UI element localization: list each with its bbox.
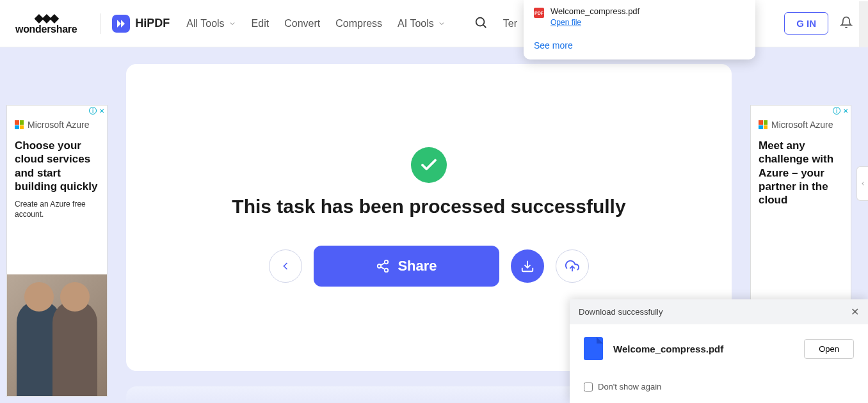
chevron-down-icon	[438, 20, 446, 28]
dont-show-checkbox[interactable]	[584, 383, 593, 391]
wondershare-brand[interactable]: ◆◆◆ wondershare	[15, 12, 77, 35]
scrollbar[interactable]	[859, 1, 868, 47]
download-success-toast: Download successfully ✕ Welcome_compress…	[570, 299, 868, 403]
ms-azure-logo: Microsoft Azure	[759, 120, 843, 130]
bell-icon	[840, 16, 853, 29]
share-button[interactable]: Share	[314, 246, 499, 287]
main-nav: All Tools Edit Convert Compress AI Tools…	[186, 15, 517, 32]
file-icon	[584, 337, 603, 360]
svg-line-6	[381, 263, 385, 265]
download-button[interactable]	[511, 249, 544, 283]
download-icon	[520, 259, 534, 273]
ad-left[interactable]: i ✕ Microsoft Azure Choose your cloud se…	[6, 105, 108, 397]
chevron-left-icon	[279, 260, 292, 273]
toast-open-button[interactable]: Open	[804, 339, 854, 359]
download-filename: Welcome_compress.pdf	[551, 6, 639, 16]
header-right: G IN	[784, 12, 853, 35]
ad-left-sub: Create an Azure free account.	[15, 200, 99, 219]
share-label: Share	[398, 258, 437, 274]
nav-edit[interactable]: Edit	[252, 18, 269, 29]
back-button[interactable]	[269, 249, 302, 283]
ms-azure-logo: Microsoft Azure	[15, 120, 99, 130]
ad-info-icon[interactable]: i	[89, 107, 97, 115]
cloud-upload-button[interactable]	[556, 249, 589, 283]
nav-templates[interactable]: Ter	[503, 18, 517, 29]
nav-all-tools[interactable]: All Tools	[186, 18, 236, 29]
page-body: i ✕ Microsoft Azure Choose your cloud se…	[0, 47, 868, 403]
pdf-icon: PDF	[534, 8, 544, 18]
login-button[interactable]: G IN	[784, 12, 828, 35]
chevron-down-icon	[229, 20, 236, 28]
wondershare-name: wondershare	[15, 24, 77, 35]
svg-point-2	[385, 260, 389, 264]
see-more-link[interactable]: See more	[534, 40, 745, 51]
search-icon	[474, 15, 488, 29]
ad-close-icon[interactable]: ✕	[842, 107, 849, 115]
ad-close-icon[interactable]: ✕	[98, 107, 106, 115]
success-title: This task has been processed successfull…	[232, 196, 625, 217]
share-icon	[376, 259, 390, 273]
svg-point-4	[385, 269, 389, 273]
nav-ai-tools[interactable]: AI Tools	[398, 18, 446, 29]
search-button[interactable]	[474, 15, 488, 32]
toast-close-button[interactable]: ✕	[851, 306, 859, 318]
toast-filename: Welcome_compress.pdf	[613, 344, 794, 354]
action-row: Share	[269, 246, 589, 287]
notifications-button[interactable]	[840, 16, 853, 31]
ad-left-headline: Choose your cloud services and start bui…	[15, 139, 99, 193]
svg-point-3	[378, 264, 382, 268]
nav-ai-tools-label: AI Tools	[398, 18, 434, 29]
hipdf-name[interactable]: HiPDF	[135, 17, 170, 30]
ad-right-headline: Meet any challenge with Azure – your par…	[759, 139, 843, 207]
svg-point-0	[476, 17, 484, 26]
wondershare-logo-icon: ◆◆◆	[35, 12, 58, 24]
microsoft-icon	[759, 120, 768, 129]
ad-left-image	[7, 274, 107, 396]
chevron-left-icon	[860, 180, 866, 187]
open-file-link[interactable]: Open file	[551, 18, 581, 27]
nav-convert[interactable]: Convert	[284, 18, 320, 29]
svg-line-5	[381, 267, 385, 269]
cloud-upload-icon	[565, 259, 579, 273]
success-check-icon	[411, 147, 447, 183]
collapse-tab[interactable]	[856, 166, 868, 201]
ad-info-icon[interactable]: i	[833, 107, 840, 115]
nav-all-tools-label: All Tools	[186, 18, 224, 29]
nav-compress[interactable]: Compress	[335, 18, 382, 29]
toast-title: Download successfully	[579, 307, 663, 317]
divider	[100, 13, 100, 34]
toast-header: Download successfully ✕	[570, 299, 868, 324]
microsoft-icon	[15, 120, 24, 129]
dont-show-label: Don't show again	[598, 382, 661, 391]
browser-download-popover: PDF Welcome_compress.pdf Open file See m…	[524, 0, 755, 59]
hipdf-logo-icon[interactable]	[112, 15, 130, 33]
svg-line-1	[483, 25, 486, 28]
